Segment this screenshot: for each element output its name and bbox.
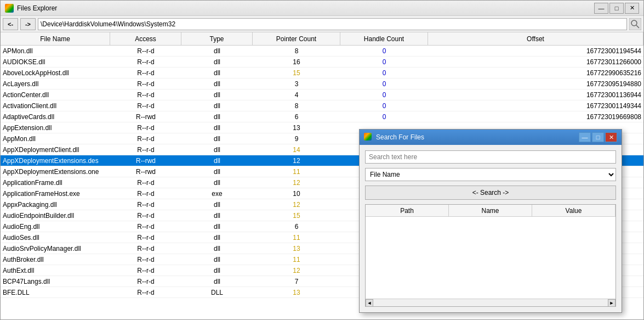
cell-pointer: 12 [253, 267, 340, 274]
cell-offset: 167722990635216 [428, 69, 643, 77]
svg-rect-0 [629, 18, 641, 30]
cell-type: dll [181, 157, 253, 165]
cell-filename: BFE.DLL [1, 289, 110, 296]
cell-access: R--r-d [110, 289, 181, 296]
cell-pointer: 13 [253, 245, 340, 252]
cell-filename: AboveLockAppHost.dll [1, 69, 110, 77]
results-col-name: Name [449, 205, 532, 216]
col-header-handle[interactable]: Handle Count [340, 32, 428, 45]
cell-pointer: 11 [253, 168, 340, 176]
cell-type: dll [181, 102, 253, 110]
cell-pointer: 4 [253, 91, 340, 99]
cell-type: dll [181, 267, 253, 274]
cell-access: R--r-d [110, 135, 181, 143]
cell-pointer: 13 [253, 124, 340, 132]
cell-type: dll [181, 58, 253, 66]
cell-handle: 0 [340, 80, 428, 88]
cell-access: R--rwd [110, 113, 181, 121]
col-header-offset[interactable]: Offset [428, 32, 643, 45]
cell-type: dll [181, 113, 253, 121]
maximize-button[interactable]: □ [609, 3, 624, 14]
scroll-left-button[interactable]: ◄ [366, 299, 373, 307]
cell-type: dll [181, 124, 253, 132]
search-dialog: Search For Files — □ ✕ File NameAccessTy… [359, 129, 622, 313]
minimize-button[interactable]: — [594, 3, 608, 14]
table-row[interactable]: ActionCenter.dll R--r-d dll 4 0 16772300… [1, 89, 643, 100]
cell-access: R--r-d [110, 102, 181, 110]
dialog-close-button[interactable]: ✕ [605, 132, 617, 142]
cell-filename: AUDIOKSE.dll [1, 58, 110, 66]
col-header-pointer[interactable]: Pointer Count [253, 32, 340, 45]
cell-access: R--r-d [110, 179, 181, 187]
cell-type: DLL [181, 289, 253, 296]
scroll-right-button[interactable]: ► [608, 299, 615, 307]
cell-access: R--r-d [110, 245, 181, 252]
cell-pointer: 3 [253, 80, 340, 88]
cell-access: R--r-d [110, 190, 181, 198]
dialog-minimize-button[interactable]: — [579, 132, 591, 142]
cell-pointer: 6 [253, 223, 340, 231]
cell-access: R--r-d [110, 47, 181, 55]
dialog-icon [364, 133, 373, 142]
cell-access: R--r-d [110, 69, 181, 77]
cell-access: R--r-d [110, 58, 181, 66]
cell-filename: AppExtension.dll [1, 124, 110, 132]
cell-pointer: 9 [253, 135, 340, 143]
cell-handle: 0 [340, 58, 428, 66]
dialog-maximize-button[interactable]: □ [592, 132, 604, 142]
address-bar[interactable] [38, 18, 627, 30]
col-header-access[interactable]: Access [110, 32, 181, 45]
cell-access: R--r-d [110, 124, 181, 132]
cell-filename: AppXDeploymentClient.dll [1, 146, 110, 154]
window-title: Files Explorer [17, 4, 594, 12]
cell-type: dll [181, 146, 253, 154]
cell-pointer: 12 [253, 201, 340, 209]
cell-access: R--r-d [110, 91, 181, 99]
back-button[interactable]: <- [3, 18, 18, 30]
dialog-controls: — □ ✕ [579, 132, 617, 142]
cell-type: exe [181, 190, 253, 198]
col-header-type[interactable]: Type [181, 32, 253, 45]
search-button[interactable]: <- Search -> [365, 186, 616, 200]
cell-filename: ApplicationFrame.dll [1, 179, 110, 187]
cell-pointer: 12 [253, 157, 340, 165]
close-button[interactable]: ✕ [625, 3, 639, 14]
cell-access: R--r-d [110, 278, 181, 285]
forward-button[interactable]: -> [20, 18, 36, 30]
table-row[interactable]: AUDIOKSE.dll R--r-d dll 16 0 16772301126… [1, 57, 643, 68]
cell-pointer: 11 [253, 256, 340, 263]
table-row[interactable]: AdaptiveCards.dll R--rwd dll 6 0 1677230… [1, 111, 643, 122]
table-row[interactable]: APMon.dll R--r-d dll 8 0 167723001194544 [1, 46, 643, 57]
results-body [366, 217, 615, 299]
cell-type: dll [181, 278, 253, 285]
cell-filename: BCP47Langs.dll [1, 278, 110, 285]
cell-pointer: 13 [253, 289, 340, 296]
cell-access: R--r-d [110, 234, 181, 242]
cell-filename: AudioEndpointBuilder.dll [1, 212, 110, 220]
horizontal-scrollbar[interactable]: ◄ ► [366, 299, 615, 306]
title-bar: Files Explorer — □ ✕ [1, 1, 643, 16]
table-row[interactable]: AboveLockAppHost.dll R--r-d dll 15 0 167… [1, 68, 643, 78]
cell-filename: AuthBroker.dll [1, 256, 110, 263]
cell-filename: ApplicationFrameHost.exe [1, 190, 110, 198]
table-row[interactable]: ActivationClient.dll R--r-d dll 8 0 1677… [1, 100, 643, 111]
table-row[interactable]: AcLayers.dll R--r-d dll 3 0 167723095194… [1, 78, 643, 89]
cell-handle: 0 [340, 113, 428, 121]
results-col-value: Value [532, 205, 615, 216]
cell-offset: 167723001194544 [428, 47, 643, 55]
cell-filename: AppXDeploymentExtensions.des [1, 157, 110, 165]
cell-pointer: 10 [253, 190, 340, 198]
cell-pointer: 7 [253, 278, 340, 285]
cell-type: dll [181, 179, 253, 187]
search-input[interactable] [365, 150, 616, 164]
cell-filename: AppxPackaging.dll [1, 201, 110, 209]
column-headers: File Name Access Type Pointer Count Hand… [1, 32, 643, 46]
cell-offset: 167723001136944 [428, 91, 643, 99]
cell-filename: ActivationClient.dll [1, 102, 110, 110]
scroll-track [381, 300, 600, 306]
cell-access: R--r-d [110, 80, 181, 88]
cell-access: R--r-d [110, 223, 181, 231]
col-header-filename[interactable]: File Name [1, 32, 110, 45]
cell-type: dll [181, 234, 253, 242]
search-field-dropdown[interactable]: File NameAccessTypePointer CountHandle C… [365, 168, 616, 181]
